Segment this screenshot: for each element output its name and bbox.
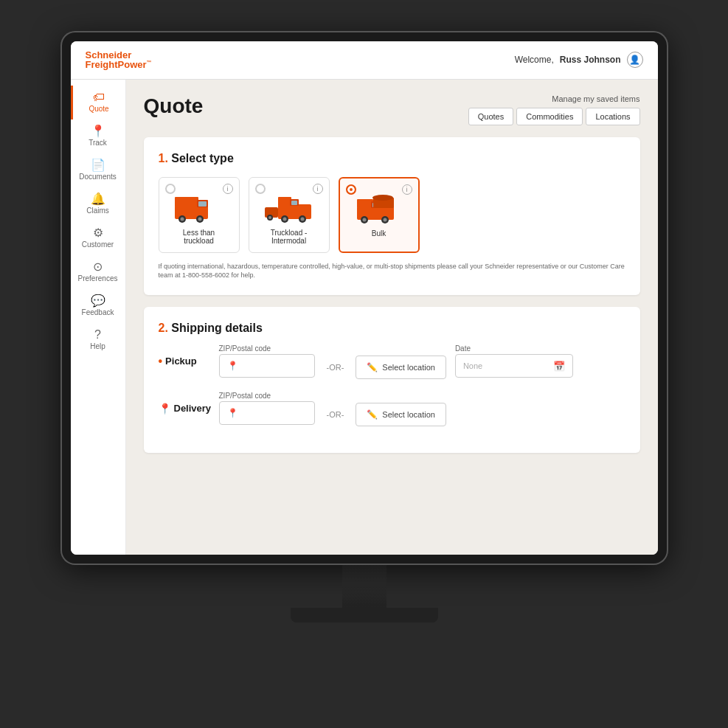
- type-options: i: [159, 177, 625, 253]
- sidebar-item-customer[interactable]: ⚙ Customer: [71, 221, 125, 255]
- monitor-stand: [291, 608, 438, 623]
- documents-icon: 📄: [91, 159, 105, 171]
- pickup-row: • Pickup ZIP/Postal code 📍 -OR-: [159, 344, 625, 379]
- ltl-label: Less than truckload: [170, 229, 229, 245]
- logo-freightpower: FreightPower™: [86, 60, 152, 69]
- bulk-info-icon: i: [402, 184, 412, 195]
- sidebar-item-preferences[interactable]: ⊙ Preferences: [71, 255, 125, 289]
- svg-rect-1: [175, 197, 198, 207]
- sidebar-item-quote[interactable]: 🏷 Quote: [71, 86, 125, 119]
- sidebar-label-feedback: Feedback: [82, 308, 114, 317]
- delivery-label: 📍 Delivery: [159, 403, 210, 415]
- pickup-zip-group: ZIP/Postal code 📍: [219, 344, 315, 378]
- locations-button[interactable]: Locations: [586, 108, 639, 125]
- user-avatar[interactable]: 👤: [627, 52, 643, 68]
- delivery-pin-icon: 📍: [227, 408, 238, 418]
- select-type-card: 1. Select type i: [144, 137, 640, 295]
- svg-point-24: [372, 195, 393, 201]
- svg-point-18: [268, 216, 271, 219]
- pickup-pencil-icon: ✏️: [367, 362, 378, 372]
- truckload-info-icon: i: [313, 184, 323, 194]
- bulk-label: Bulk: [372, 229, 386, 238]
- delivery-select-location-button[interactable]: ✏️ Select location: [356, 403, 446, 426]
- feedback-icon: 💬: [91, 295, 105, 307]
- quotes-button[interactable]: Quotes: [468, 108, 513, 125]
- sidebar-label-customer: Customer: [82, 240, 114, 249]
- pickup-or-divider: -OR-: [324, 363, 347, 372]
- pickup-dot-icon: •: [159, 355, 163, 368]
- pickup-zip-input[interactable]: 📍: [219, 354, 315, 378]
- delivery-pencil-icon: ✏️: [367, 409, 378, 420]
- ltl-truck-icon: [173, 191, 225, 224]
- saved-items-buttons: Quotes Commodities Locations: [468, 108, 640, 125]
- svg-point-7: [198, 217, 201, 221]
- welcome-text: Welcome,: [515, 55, 554, 65]
- type-option-bulk[interactable]: i: [339, 177, 420, 253]
- saved-items-label: Manage my saved items: [468, 94, 640, 103]
- section2-number: 2.: [159, 322, 168, 334]
- ltl-info-icon: i: [223, 184, 233, 194]
- truckload-label: Truckload - Intermodal: [260, 229, 319, 245]
- sidebar-item-claims[interactable]: 🔔 Claims: [71, 187, 125, 221]
- sidebar: 🏷 Quote 📍 Track 📄 Documents 🔔 Claims: [71, 80, 126, 555]
- delivery-or-divider: -OR-: [324, 410, 347, 419]
- delivery-zip-group: ZIP/Postal code 📍: [219, 392, 315, 425]
- delivery-dot-icon: 📍: [159, 403, 171, 415]
- claims-icon: 🔔: [91, 193, 105, 205]
- section1-number: 1.: [159, 152, 168, 164]
- svg-point-5: [180, 217, 184, 221]
- type-option-truckload[interactable]: i: [249, 177, 330, 253]
- bulk-radio: [346, 184, 356, 195]
- sidebar-label-track: Track: [89, 139, 107, 148]
- user-area: Welcome, Russ Johnson 👤: [515, 52, 643, 68]
- sidebar-item-track[interactable]: 📍 Track: [71, 119, 125, 153]
- shipping-details-card: 2. Shipping details • Pickup ZIP/Postal …: [144, 307, 640, 453]
- page-header: Quote Manage my saved items Quotes Commo…: [144, 94, 640, 125]
- sidebar-item-documents[interactable]: 📄 Documents: [71, 153, 125, 187]
- commodities-button[interactable]: Commodities: [516, 108, 583, 125]
- pickup-zip-label: ZIP/Postal code: [219, 344, 315, 353]
- section2-text: Shipping details: [171, 322, 263, 334]
- delivery-zip-input[interactable]: 📍: [219, 401, 315, 425]
- logo: Schneider FreightPower™: [86, 50, 152, 69]
- truckload-truck-icon: [263, 191, 315, 224]
- saved-items-area: Manage my saved items Quotes Commodities…: [468, 94, 640, 125]
- app-header: Schneider FreightPower™ Welcome, Russ Jo…: [71, 41, 658, 80]
- svg-rect-20: [357, 199, 373, 208]
- svg-point-14: [282, 217, 286, 221]
- type-option-ltl[interactable]: i: [159, 177, 240, 253]
- delivery-zip-label: ZIP/Postal code: [219, 392, 315, 400]
- logo-schneider: Schneider: [86, 50, 152, 60]
- svg-point-28: [383, 218, 386, 221]
- sidebar-label-claims: Claims: [86, 207, 109, 215]
- svg-rect-3: [198, 201, 207, 207]
- svg-rect-9: [278, 197, 291, 206]
- svg-rect-11: [291, 201, 297, 205]
- ltl-radio: [165, 184, 176, 194]
- pickup-select-location-button[interactable]: ✏️ Select location: [356, 356, 446, 379]
- sidebar-item-help[interactable]: ? Help: [71, 323, 125, 357]
- svg-point-26: [362, 218, 366, 221]
- sidebar-label-quote: Quote: [89, 105, 108, 114]
- preferences-icon: ⊙: [93, 261, 103, 273]
- select-type-title: 1. Select type: [159, 152, 625, 165]
- section1-text: Select type: [171, 152, 233, 164]
- pickup-date-label: Date: [455, 344, 573, 353]
- sidebar-label-preferences: Preferences: [78, 274, 118, 283]
- customer-icon: ⚙: [93, 227, 103, 239]
- pickup-pin-icon: 📍: [227, 361, 238, 371]
- pickup-label: • Pickup: [159, 355, 210, 368]
- shipping-title: 2. Shipping details: [159, 322, 625, 335]
- pickup-date-input[interactable]: None 📅: [455, 354, 573, 378]
- delivery-row: 📍 Delivery ZIP/Postal code 📍 -OR-: [159, 391, 625, 426]
- sidebar-label-help: Help: [90, 342, 105, 351]
- truckload-radio: [255, 184, 266, 194]
- monitor-neck: [342, 564, 386, 608]
- sidebar-item-feedback[interactable]: 💬 Feedback: [71, 289, 125, 323]
- pickup-calendar-icon: 📅: [553, 361, 565, 372]
- page-title: Quote: [144, 94, 204, 118]
- track-icon: 📍: [91, 125, 105, 137]
- monitor-screen: Schneider FreightPower™ Welcome, Russ Jo…: [62, 32, 667, 564]
- svg-point-16: [300, 217, 304, 221]
- bulk-truck-icon: [353, 192, 405, 225]
